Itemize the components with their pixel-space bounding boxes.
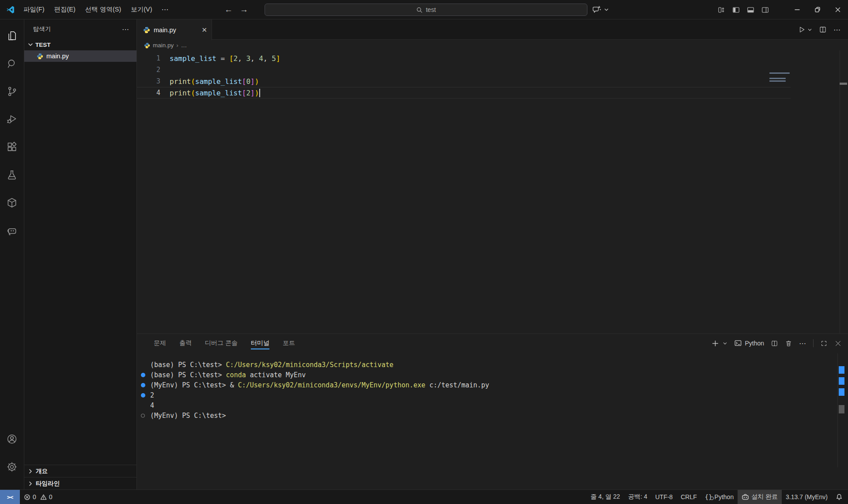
- install-status-indicator[interactable]: 설치 완료: [738, 490, 782, 504]
- panel-more-actions-icon[interactable]: ⋯: [799, 339, 806, 348]
- encoding-indicator[interactable]: UTF-8: [651, 490, 677, 504]
- sidebar-title: 탐색기: [33, 25, 122, 33]
- eol-indicator[interactable]: CRLF: [677, 490, 701, 504]
- new-terminal-button[interactable]: [712, 340, 719, 347]
- sidebar-more-button[interactable]: ⋯: [122, 25, 129, 34]
- maximize-panel-icon[interactable]: [820, 340, 828, 347]
- language-mode-indicator[interactable]: {} Python: [701, 490, 738, 504]
- problems-status[interactable]: 0 0: [20, 490, 57, 504]
- remote-indicator-button[interactable]: ><: [0, 490, 20, 504]
- code-line[interactable]: 2: [137, 64, 848, 76]
- panel-tab-terminal[interactable]: 터미널: [251, 334, 269, 352]
- overview-cursor-mark: [840, 83, 847, 85]
- tab-mainpy[interactable]: main.py ✕: [137, 19, 212, 40]
- command-success-dot: [141, 373, 145, 377]
- breadcrumb-symbol[interactable]: …: [181, 42, 187, 49]
- python-file-icon: [37, 53, 43, 60]
- terminal-line[interactable]: (base) PS C:\test> conda activate MyEnv: [137, 370, 848, 380]
- panel-tab-output[interactable]: 출력: [179, 334, 192, 352]
- copilot-icon[interactable]: [592, 5, 602, 15]
- panel-actions-divider: [813, 339, 814, 347]
- menu-more-button[interactable]: ⋯: [157, 5, 174, 14]
- bottom-panel: 문제 출력 디버그 콘솔 터미널 포트 Python ⋯: [137, 333, 848, 489]
- menu-file[interactable]: 파일(F): [19, 4, 49, 16]
- activity-bar: [0, 19, 24, 489]
- back-arrow-icon[interactable]: ←: [224, 5, 233, 15]
- python-file-icon: [144, 42, 150, 49]
- copilot-chevron-icon[interactable]: [604, 7, 609, 12]
- panel-tab-problems[interactable]: 문제: [154, 334, 166, 352]
- tab-close-icon[interactable]: ✕: [201, 26, 207, 34]
- errors-icon: [24, 494, 30, 500]
- account-icon[interactable]: [1, 428, 23, 450]
- extensions-icon[interactable]: [1, 136, 23, 158]
- tab-strip: main.py ✕ ⋯: [137, 19, 848, 40]
- terminal-line[interactable]: (MyEnv) PS C:\test>: [137, 410, 848, 421]
- toggle-sidebar-icon[interactable]: [732, 6, 740, 14]
- line-col-indicator[interactable]: 줄 4, 열 22: [587, 490, 624, 504]
- ai-assistant-icon[interactable]: [1, 220, 23, 241]
- editor-more-actions-icon[interactable]: ⋯: [833, 26, 841, 34]
- file-item-mainpy[interactable]: main.py: [24, 50, 136, 62]
- split-editor-icon[interactable]: [819, 26, 827, 34]
- toggle-panel-icon[interactable]: [746, 6, 755, 14]
- notifications-bell-icon[interactable]: [832, 490, 848, 504]
- folder-section-test[interactable]: TEST: [24, 39, 136, 50]
- indentation-indicator[interactable]: 공백: 4: [624, 490, 651, 504]
- editor-overview-ruler[interactable]: [840, 50, 840, 333]
- explorer-icon[interactable]: [1, 25, 23, 46]
- breadcrumb-file[interactable]: main.py: [153, 42, 174, 49]
- kill-terminal-icon[interactable]: [785, 340, 792, 347]
- terminal-line[interactable]: 2: [137, 390, 848, 400]
- panel-tab-debug-console[interactable]: 디버그 콘솔: [205, 334, 238, 352]
- run-chevron-icon[interactable]: [807, 27, 812, 32]
- menu-view[interactable]: 보기(V): [126, 4, 157, 16]
- minimize-button[interactable]: [787, 0, 807, 19]
- timeline-section[interactable]: 타임라인: [24, 477, 136, 489]
- new-terminal-chevron-icon[interactable]: [723, 341, 727, 346]
- robot-face-icon: [742, 493, 749, 501]
- run-debug-icon[interactable]: [1, 109, 23, 130]
- code-line[interactable]: 3print(sample_list[0]): [137, 76, 848, 87]
- code-line[interactable]: 4print(sample_list[2]): [137, 87, 791, 99]
- close-panel-icon[interactable]: [834, 340, 842, 347]
- code-lines[interactable]: 1sample_list = [2, 3, 4, 5]23print(sampl…: [137, 51, 848, 99]
- chevron-right-icon: [27, 480, 34, 487]
- command-center-search[interactable]: test: [265, 4, 587, 16]
- testing-icon[interactable]: [1, 164, 23, 186]
- terminal-output[interactable]: (base) PS C:\test> C:/Users/ksy02/minico…: [137, 360, 848, 421]
- source-control-icon[interactable]: [1, 81, 23, 102]
- menu-edit[interactable]: 편집(E): [49, 4, 80, 16]
- split-terminal-icon[interactable]: [771, 340, 778, 347]
- command-pending-circle: [141, 413, 145, 417]
- settings-gear-icon[interactable]: [1, 456, 23, 477]
- breadcrumb[interactable]: main.py › …: [137, 40, 848, 51]
- forward-arrow-icon[interactable]: →: [240, 5, 248, 15]
- search-sidebar-icon[interactable]: [1, 53, 23, 74]
- terminal-instance-python[interactable]: Python: [734, 339, 764, 347]
- outline-section[interactable]: 개요: [24, 465, 136, 477]
- terminal-command-mark: [839, 366, 844, 374]
- editor-area: main.py ✕ ⋯ main.py › … 1sample_list =: [137, 19, 848, 333]
- line-number: 1: [137, 54, 170, 62]
- panel-tab-ports[interactable]: 포트: [283, 334, 295, 352]
- code-line[interactable]: 1sample_list = [2, 3, 4, 5]: [137, 53, 848, 64]
- package-icon[interactable]: [1, 192, 23, 213]
- terminal-scroll-mark: [839, 405, 844, 413]
- close-window-button[interactable]: [828, 0, 848, 19]
- file-item-label: main.py: [46, 53, 69, 60]
- customize-layout-icon[interactable]: [717, 6, 726, 14]
- run-button[interactable]: [798, 26, 806, 34]
- terminal-line[interactable]: (MyEnv) PS C:\test> & C:/Users/ksy02/min…: [137, 380, 848, 390]
- toggle-secondary-sidebar-icon[interactable]: [761, 6, 769, 14]
- terminal-line[interactable]: (base) PS C:\test> C:/Users/ksy02/minico…: [137, 360, 848, 370]
- minimap[interactable]: [769, 72, 791, 83]
- menu-selection[interactable]: 선택 영역(S): [80, 4, 126, 16]
- restore-button[interactable]: [807, 0, 828, 19]
- tab-label: main.py: [154, 27, 198, 34]
- python-interpreter-indicator[interactable]: 3.13.7 (MyEnv): [782, 490, 832, 504]
- warnings-icon: [40, 494, 47, 500]
- terminal-line[interactable]: 4: [137, 400, 848, 410]
- command-success-dot: [141, 393, 145, 398]
- breadcrumb-separator: ›: [176, 42, 178, 49]
